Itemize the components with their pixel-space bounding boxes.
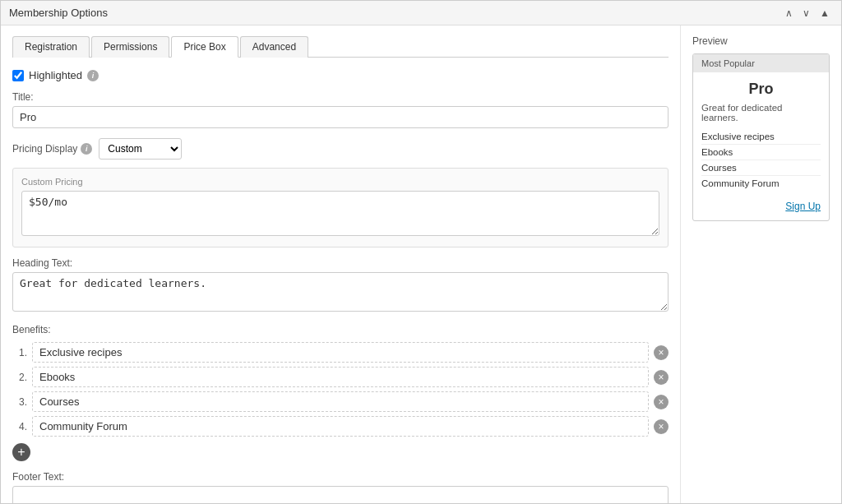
benefit-row-1: 1. × — [12, 342, 669, 363]
preview-heading-text: Great for dedicated learners. — [693, 103, 829, 129]
benefits-group: Benefits: 1. × 2. × 3. × — [12, 324, 669, 461]
highlighted-checkbox[interactable] — [12, 70, 24, 81]
benefit-row-3: 3. × — [12, 391, 669, 412]
benefit-number-2: 2. — [12, 372, 27, 383]
preview-benefit-3: Courses — [701, 160, 821, 176]
preview-benefit-1: Exclusive recipes — [701, 129, 821, 145]
title-label: Title: — [12, 91, 669, 103]
tab-advanced[interactable]: Advanced — [240, 36, 308, 58]
add-benefit-button[interactable]: + — [12, 443, 30, 461]
preview-benefit-4: Community Forum — [701, 176, 821, 191]
custom-pricing-inner-label: Custom Pricing — [21, 177, 659, 187]
main-content: Registration Permissions Price Box Advan… — [1, 25, 841, 503]
heading-text-label: Heading Text: — [12, 257, 669, 269]
pricing-display-row: Pricing Display i Custom Subscription No… — [12, 138, 669, 160]
title-input[interactable] — [12, 106, 669, 128]
heading-text-group: Heading Text: Great for dedicated learne… — [12, 257, 669, 314]
pricing-display-label: Pricing Display i — [12, 143, 92, 155]
benefit-number-4: 4. — [12, 421, 27, 432]
footer-text-group: Footer Text: — [12, 471, 669, 503]
tab-price-box[interactable]: Price Box — [171, 36, 238, 58]
window: Membership Options ∧ ∨ ▲ Registration Pe… — [0, 0, 842, 504]
benefit-remove-1[interactable]: × — [654, 345, 669, 360]
title-group: Title: — [12, 91, 669, 128]
footer-text-input[interactable] — [12, 486, 669, 503]
benefit-remove-4[interactable]: × — [654, 419, 669, 434]
custom-pricing-box: Custom Pricing $50/mo — [12, 168, 669, 247]
benefit-input-2[interactable] — [32, 367, 649, 387]
highlighted-row: Highlighted i — [12, 69, 669, 81]
preview-signup-link[interactable]: Sign Up — [785, 201, 821, 212]
benefit-row-4: 4. × — [12, 416, 669, 437]
right-panel: Preview Most Popular Pro Great for dedic… — [681, 25, 841, 503]
titlebar-up-button[interactable]: ∧ — [782, 7, 796, 20]
preview-label: Preview — [692, 35, 830, 47]
window-title: Membership Options — [9, 7, 108, 19]
benefit-remove-3[interactable]: × — [654, 395, 669, 409]
left-panel: Registration Permissions Price Box Advan… — [1, 25, 681, 503]
preview-benefit-2: Ebooks — [701, 145, 821, 160]
preview-benefits-list: Exclusive recipes Ebooks Courses Communi… — [693, 129, 829, 196]
custom-pricing-textarea[interactable]: $50/mo — [21, 191, 659, 236]
preview-card-title: Pro — [693, 72, 829, 103]
preview-most-popular: Most Popular — [693, 54, 829, 72]
benefit-number-3: 3. — [12, 396, 27, 408]
benefit-row-2: 2. × — [12, 367, 669, 387]
preview-signup: Sign Up — [693, 196, 829, 220]
tab-permissions[interactable]: Permissions — [91, 36, 169, 58]
preview-card: Most Popular Pro Great for dedicated lea… — [692, 53, 830, 221]
benefit-input-4[interactable] — [32, 416, 649, 437]
highlighted-label: Highlighted — [29, 69, 82, 81]
pricing-display-select[interactable]: Custom Subscription None — [99, 138, 182, 160]
titlebar-down-button[interactable]: ∨ — [799, 7, 813, 20]
benefits-list: 1. × 2. × 3. × 4. — [12, 342, 669, 437]
titlebar-pin-button[interactable]: ▲ — [817, 7, 833, 20]
tab-registration[interactable]: Registration — [12, 36, 90, 58]
benefit-remove-2[interactable]: × — [654, 370, 669, 385]
benefit-input-3[interactable] — [32, 391, 649, 412]
titlebar: Membership Options ∧ ∨ ▲ — [1, 1, 841, 25]
pricing-display-info-icon[interactable]: i — [81, 143, 92, 155]
footer-text-label: Footer Text: — [12, 471, 669, 483]
benefits-label: Benefits: — [12, 324, 669, 335]
tabs: Registration Permissions Price Box Advan… — [12, 35, 669, 58]
titlebar-controls: ∧ ∨ ▲ — [782, 7, 833, 20]
benefit-input-1[interactable] — [32, 342, 649, 363]
benefit-number-1: 1. — [12, 347, 27, 358]
heading-text-input[interactable]: Great for dedicated learners. — [12, 272, 669, 312]
highlighted-info-icon[interactable]: i — [87, 70, 99, 81]
